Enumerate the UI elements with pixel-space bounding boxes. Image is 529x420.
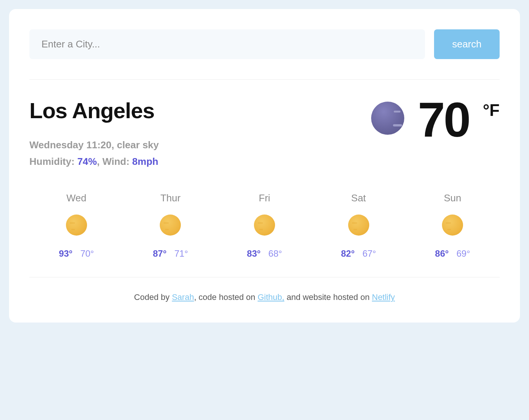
sun-icon bbox=[254, 215, 275, 236]
moon-icon bbox=[371, 102, 404, 135]
forecast-hi: 82° bbox=[341, 248, 355, 259]
netlify-link[interactable]: Netlify bbox=[372, 292, 395, 302]
footer-text: and website hosted on bbox=[284, 292, 372, 302]
current-temp: 70 bbox=[418, 98, 469, 142]
humidity-value: 74% bbox=[77, 156, 97, 167]
forecast-hi: 87° bbox=[153, 248, 167, 259]
humidity-wind-line: Humidity: 74%, Wind: 8mph bbox=[29, 153, 159, 170]
humidity-label: Humidity: bbox=[29, 156, 75, 167]
forecast-temps: 93° 70° bbox=[59, 248, 94, 259]
forecast-day: Sat 82° 67° bbox=[341, 192, 376, 259]
temp-unit: °F bbox=[483, 101, 500, 120]
forecast-hi: 93° bbox=[59, 248, 72, 259]
forecast-day: Thur 87° 71° bbox=[153, 192, 188, 259]
forecast-lo: 67° bbox=[362, 248, 376, 259]
github-link[interactable]: Github, bbox=[258, 292, 284, 302]
forecast-lo: 70° bbox=[80, 248, 94, 259]
forecast-day-label: Sun bbox=[435, 192, 470, 204]
forecast-day-label: Fri bbox=[247, 192, 282, 204]
sun-icon bbox=[160, 215, 181, 236]
forecast-day: Wed 93° 70° bbox=[59, 192, 94, 259]
forecast-day: Fri 83° 68° bbox=[247, 192, 282, 259]
forecast-lo: 68° bbox=[268, 248, 282, 259]
forecast-temps: 83° 68° bbox=[247, 248, 282, 259]
current-hero: 70 °F bbox=[371, 98, 500, 142]
city-search-input[interactable] bbox=[29, 29, 425, 59]
datetime-condition: Wednesday 11:20, clear sky bbox=[29, 137, 159, 153]
forecast-row: Wed 93° 70° Thur 87° 71° Fri 83° 68° Sat bbox=[29, 192, 500, 277]
forecast-hi: 83° bbox=[247, 248, 260, 259]
sun-icon bbox=[348, 215, 369, 236]
forecast-lo: 71° bbox=[174, 248, 188, 259]
author-link[interactable]: Sarah bbox=[172, 292, 194, 302]
sun-icon bbox=[66, 215, 87, 236]
footer-text: Coded by bbox=[134, 292, 172, 302]
city-name: Los Angeles bbox=[29, 98, 159, 123]
forecast-temps: 82° 67° bbox=[341, 248, 376, 259]
wind-value: 8mph bbox=[132, 156, 158, 167]
current-left: Los Angeles Wednesday 11:20, clear sky H… bbox=[29, 98, 159, 170]
search-row: search bbox=[29, 29, 500, 80]
current-conditions: Los Angeles Wednesday 11:20, clear sky H… bbox=[29, 98, 500, 170]
forecast-day-label: Thur bbox=[153, 192, 188, 204]
wind-label: Wind: bbox=[102, 156, 130, 167]
forecast-day-label: Wed bbox=[59, 192, 94, 204]
footer-text: , code hosted on bbox=[194, 292, 258, 302]
footer-credits: Coded by Sarah, code hosted on Github, a… bbox=[29, 292, 500, 302]
forecast-day-label: Sat bbox=[341, 192, 376, 204]
sun-icon bbox=[442, 215, 463, 236]
forecast-temps: 87° 71° bbox=[153, 248, 188, 259]
forecast-temps: 86° 69° bbox=[435, 248, 470, 259]
search-button[interactable]: search bbox=[434, 29, 500, 59]
weather-card: search Los Angeles Wednesday 11:20, clea… bbox=[9, 9, 520, 323]
forecast-day: Sun 86° 69° bbox=[435, 192, 470, 259]
forecast-lo: 69° bbox=[457, 248, 470, 259]
forecast-hi: 86° bbox=[435, 248, 449, 259]
